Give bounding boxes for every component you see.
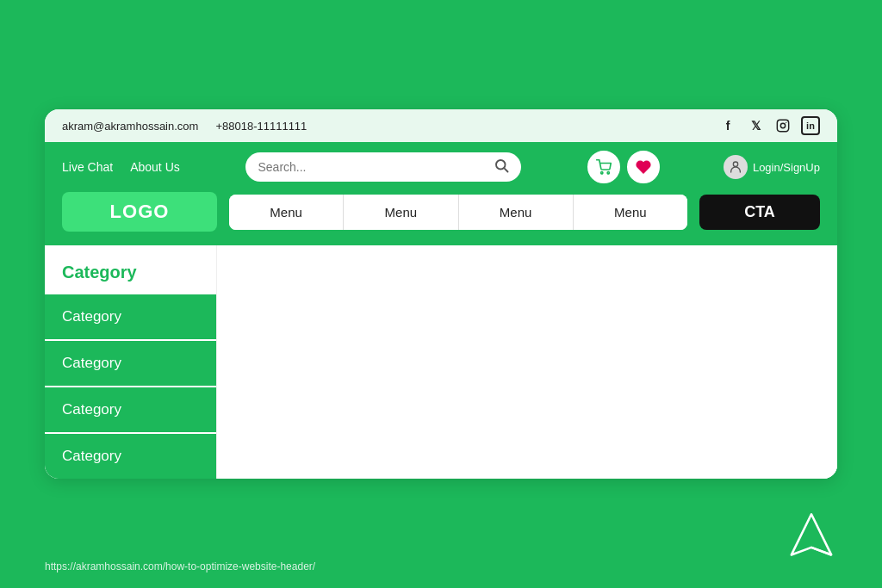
content-area [217,245,837,479]
menu-item-1[interactable]: Menu [229,195,344,230]
nav-links: Live Chat About Us [62,160,180,174]
svg-point-1 [780,123,785,127]
login-label: Login/SignUp [753,161,820,174]
svg-marker-8 [792,514,831,554]
nav-row: Live Chat About Us [62,151,820,183]
search-button[interactable] [494,158,509,176]
sidebar-item-2[interactable]: Category [45,341,216,387]
social-icons: f 𝕏 in [718,116,820,135]
search-input[interactable] [258,160,494,174]
sidebar-item-1[interactable]: Category [45,294,216,341]
main-card: akram@akramhossain.com +88018-11111111 f… [45,109,837,479]
logo-menu-row: LOGO Menu Menu Menu Menu CTA [62,192,820,232]
svg-point-5 [601,172,603,174]
linkedin-icon[interactable]: in [801,116,820,135]
action-icons [587,151,660,183]
cta-button[interactable]: CTA [699,195,820,230]
svg-point-2 [786,122,786,123]
email-text: akram@akramhossain.com [62,120,198,133]
logo-button[interactable]: LOGO [62,192,217,232]
facebook-icon[interactable]: f [718,116,737,135]
top-bar: akram@akramhossain.com +88018-11111111 f… [45,109,837,142]
sidebar-item-3[interactable]: Category [45,387,216,434]
footer-url: https://akramhossain.com/how-to-optimize… [45,560,315,573]
svg-point-6 [607,172,609,174]
svg-line-4 [505,168,508,171]
menu-item-4[interactable]: Menu [574,195,687,230]
login-button[interactable]: Login/SignUp [724,155,820,179]
menu-item-3[interactable]: Menu [459,195,574,230]
twitter-icon[interactable]: 𝕏 [746,116,765,135]
live-chat-link[interactable]: Live Chat [62,160,113,174]
sidebar-item-4[interactable]: Category [45,434,216,479]
about-us-link[interactable]: About Us [130,160,180,174]
header: Live Chat About Us [45,142,837,245]
instagram-icon[interactable] [773,116,792,135]
svg-rect-0 [777,120,788,131]
cart-icon[interactable] [587,151,620,183]
brand-logo-mark [786,511,837,562]
top-bar-left: akram@akramhossain.com +88018-11111111 [62,120,307,133]
search-bar[interactable] [245,152,521,182]
sidebar: Category Category Category Category Cate… [45,245,217,479]
menu-bar: Menu Menu Menu Menu [229,195,687,230]
menu-item-2[interactable]: Menu [344,195,458,230]
user-icon [724,155,748,179]
wishlist-icon[interactable] [627,151,660,183]
sidebar-title: Category [45,245,216,294]
main-content: Category Category Category Category Cate… [45,245,837,479]
phone-text: +88018-11111111 [215,120,307,133]
svg-point-7 [733,162,737,166]
